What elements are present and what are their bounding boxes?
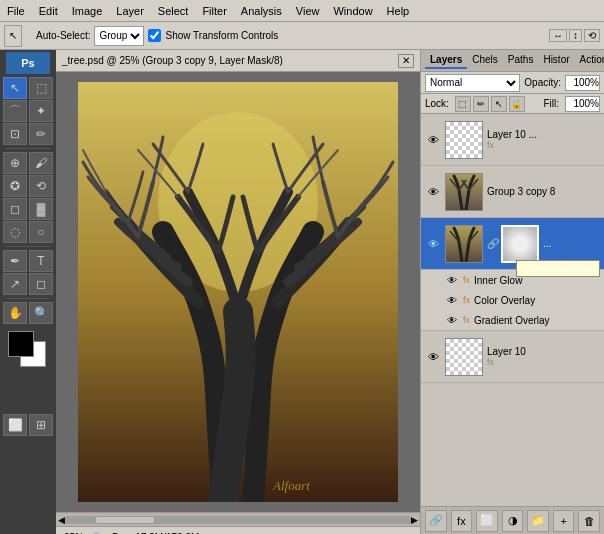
layer-eye-10[interactable]: 👁: [425, 132, 441, 148]
effect-gradient-overlay[interactable]: 👁 fx Gradient Overlay: [421, 310, 604, 330]
svg-text:Alfoart: Alfoart: [272, 478, 310, 493]
blend-mode-select[interactable]: Normal: [425, 74, 520, 92]
layer-eye-10b[interactable]: 👁: [425, 349, 441, 365]
zoom-tool[interactable]: 🔍: [29, 302, 53, 324]
tab-paths[interactable]: Paths: [503, 52, 539, 69]
menu-file[interactable]: File: [0, 3, 32, 19]
effect-inner-glow[interactable]: 👁 fx Inner Glow: [421, 270, 604, 290]
effect-eye-color-overlay[interactable]: 👁: [445, 293, 459, 307]
opacity-input[interactable]: [565, 75, 600, 91]
tab-actions[interactable]: Actions: [575, 52, 604, 69]
adj-btn[interactable]: ◑: [502, 510, 524, 532]
path-select-tool[interactable]: ↗: [3, 273, 27, 295]
lock-transparent-btn[interactable]: ⬚: [455, 96, 471, 112]
layer-row-group3[interactable]: 👁: [421, 166, 604, 218]
ps-logo: Ps: [6, 52, 50, 74]
crop-tool[interactable]: ⊡: [3, 123, 27, 145]
styles-btn[interactable]: fx: [451, 510, 473, 532]
toolbox: Ps ↖ ⬚ ⌒ ✦ ⊡ ✏ ⊕ 🖌 ✪ ⟲ ◻ ▓ ◌ ○: [0, 50, 56, 534]
healing-tool[interactable]: ⊕: [3, 152, 27, 174]
canvas-hscroll[interactable]: ◀ ▶: [56, 512, 420, 526]
menu-view[interactable]: View: [289, 3, 327, 19]
selection-tool[interactable]: ⬚: [29, 77, 53, 99]
blur-tool[interactable]: ◌: [3, 221, 27, 243]
fx-icon: fx: [463, 275, 470, 285]
move-tool-btn[interactable]: ↖: [4, 25, 22, 47]
layer-fx-10: fx: [487, 140, 600, 150]
menu-filter[interactable]: Filter: [195, 3, 233, 19]
fg-color-swatch[interactable]: [8, 331, 34, 357]
tab-layers[interactable]: Layers: [425, 52, 467, 69]
lasso-tool[interactable]: ⌒: [3, 100, 27, 122]
thumb-checker-10b: [446, 339, 482, 375]
shape-tool[interactable]: ◻: [29, 273, 53, 295]
pen-tool[interactable]: ✒: [3, 250, 27, 272]
tab-histor[interactable]: Histor: [538, 52, 574, 69]
screen-mode-tool[interactable]: ⊞: [29, 414, 53, 436]
canvas-image: Alfoart.com Alfoart: [78, 82, 398, 502]
group-btn[interactable]: 📁: [527, 510, 549, 532]
layer-row-10b[interactable]: 👁 Layer 10 fx: [421, 331, 604, 383]
blend-opacity-controls: Normal Opacity:: [421, 72, 604, 94]
effect-eye-inner-glow[interactable]: 👁: [445, 273, 459, 287]
brush-tool[interactable]: 🖌: [29, 152, 53, 174]
menu-layer[interactable]: Layer: [109, 3, 151, 19]
fx-icon-2: fx: [463, 295, 470, 305]
new-layer-btn[interactable]: +: [553, 510, 575, 532]
menu-window[interactable]: Window: [326, 3, 379, 19]
layer-thumb-selected: [445, 225, 483, 263]
canvas-area: _tree.psd @ 25% (Group 3 copy 9, Layer M…: [56, 50, 420, 534]
layer-name-10: Layer 10 ...: [487, 129, 600, 140]
history-tool[interactable]: ⟲: [29, 175, 53, 197]
lock-move-btn[interactable]: ↖: [491, 96, 507, 112]
clone-tool[interactable]: ✪: [3, 175, 27, 197]
layer-mask-thumb[interactable]: [501, 225, 539, 263]
move-tool[interactable]: ↖: [3, 77, 27, 99]
canvas-statusbar: 25% 🔍 Doc: 17.3M/176.2M: [56, 526, 420, 534]
delete-layer-btn[interactable]: 🗑: [578, 510, 600, 532]
scroll-left-btn[interactable]: ◀: [58, 515, 65, 525]
menu-help[interactable]: Help: [380, 3, 417, 19]
svg-rect-5: [446, 174, 482, 210]
eyedropper-tool[interactable]: ✏: [29, 123, 53, 145]
menu-image[interactable]: Image: [65, 3, 110, 19]
opacity-label: Opacity:: [524, 77, 561, 88]
lock-all-btn[interactable]: 🔒: [509, 96, 525, 112]
layer-eye-selected[interactable]: 👁: [425, 236, 441, 252]
canvas-close-btn[interactable]: ✕: [398, 54, 414, 68]
layer-name-selected: ...: [543, 238, 600, 249]
lock-paint-btn[interactable]: ✏: [473, 96, 489, 112]
eraser-tool[interactable]: ◻: [3, 198, 27, 220]
menu-analysis[interactable]: Analysis: [234, 3, 289, 19]
thumb-checker-10: [446, 122, 482, 158]
fill-input[interactable]: [565, 96, 600, 112]
tab-chels[interactable]: Chels: [467, 52, 503, 69]
quick-select-tool[interactable]: ✦: [29, 100, 53, 122]
layer-name-group3: Group 3 copy 8: [487, 186, 600, 197]
scroll-thumb[interactable]: [95, 516, 155, 524]
canvas-titlebar: _tree.psd @ 25% (Group 3 copy 9, Layer M…: [56, 50, 420, 72]
layer-eye-group3[interactable]: 👁: [425, 184, 441, 200]
gradient-tool[interactable]: ▓: [29, 198, 53, 220]
tool-separator-2: [6, 246, 50, 247]
link-btn[interactable]: 🔗: [425, 510, 447, 532]
scroll-track: [65, 516, 411, 524]
canvas-scroll-area[interactable]: Alfoart.com Alfoart: [56, 72, 420, 512]
type-tool[interactable]: T: [29, 250, 53, 272]
menu-edit[interactable]: Edit: [32, 3, 65, 19]
scroll-right-btn[interactable]: ▶: [411, 515, 418, 525]
quick-mask-tool[interactable]: ⬜: [3, 414, 27, 436]
effect-label-gradient-overlay: Gradient Overlay: [474, 315, 550, 326]
menu-select[interactable]: Select: [151, 3, 196, 19]
layer-row-10[interactable]: 👁 Layer 10 ... fx: [421, 114, 604, 166]
effect-eye-gradient-overlay[interactable]: 👁: [445, 313, 459, 327]
auto-select-dropdown[interactable]: Group: [94, 26, 144, 46]
layer-row-selected[interactable]: 👁 🔗: [421, 218, 604, 270]
fill-label: Fill:: [543, 98, 559, 109]
layer-thumb-10: [445, 121, 483, 159]
mask-btn[interactable]: ⬜: [476, 510, 498, 532]
hand-tool[interactable]: ✋: [3, 302, 27, 324]
dodge-tool[interactable]: ○: [29, 221, 53, 243]
show-transform-checkbox[interactable]: [148, 29, 161, 42]
effect-color-overlay[interactable]: 👁 fx Color Overlay: [421, 290, 604, 310]
